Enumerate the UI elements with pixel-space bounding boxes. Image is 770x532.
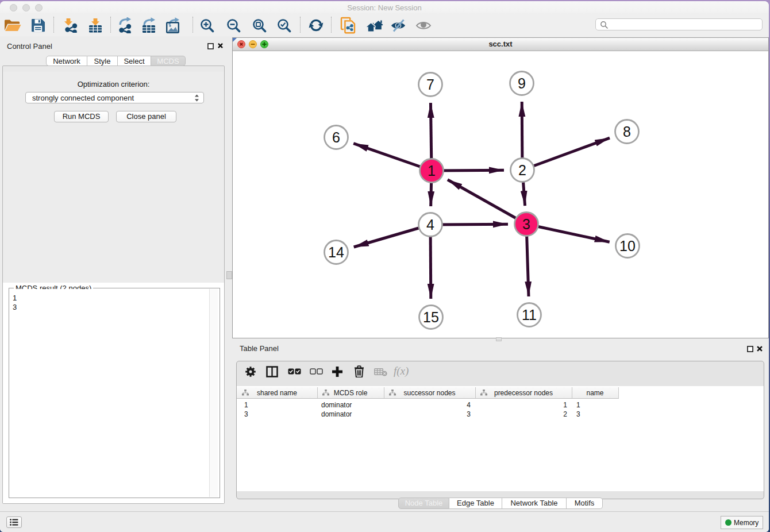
svg-text:4: 4	[426, 217, 434, 233]
svg-text:3: 3	[522, 216, 530, 232]
svg-text:9: 9	[518, 75, 526, 91]
svg-text:8: 8	[623, 124, 631, 140]
svg-text:6: 6	[332, 129, 340, 145]
svg-text:2: 2	[518, 162, 526, 178]
svg-text:7: 7	[426, 76, 434, 92]
svg-text:14: 14	[328, 244, 344, 260]
svg-text:15: 15	[423, 309, 439, 325]
svg-text:11: 11	[522, 307, 537, 323]
svg-text:1: 1	[428, 163, 436, 179]
svg-text:10: 10	[619, 238, 636, 254]
